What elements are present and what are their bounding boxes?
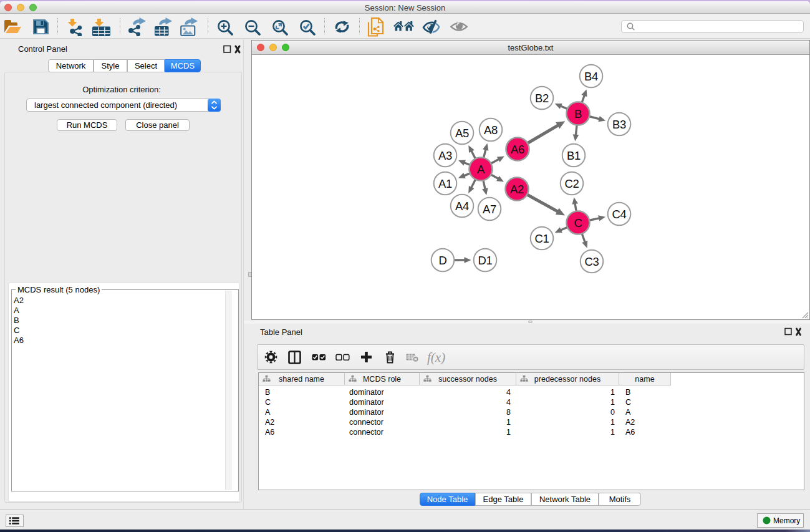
svg-text:B2: B2 — [535, 92, 549, 105]
svg-text:B1: B1 — [567, 149, 581, 162]
svg-text:A: A — [477, 163, 485, 176]
svg-text:C3: C3 — [585, 255, 599, 268]
svg-text:C2: C2 — [565, 177, 579, 190]
svg-text:C1: C1 — [535, 232, 549, 245]
svg-text:A8: A8 — [484, 123, 498, 137]
svg-text:C: C — [574, 216, 582, 230]
svg-text:B3: B3 — [612, 118, 626, 131]
svg-text:C4: C4 — [612, 208, 627, 221]
svg-text:D1: D1 — [478, 254, 493, 267]
svg-text:B4: B4 — [584, 70, 598, 83]
svg-text:A3: A3 — [438, 149, 452, 162]
svg-text:A1: A1 — [438, 177, 452, 190]
svg-text:D: D — [439, 254, 447, 267]
svg-text:A7: A7 — [483, 203, 496, 216]
svg-text:A2: A2 — [510, 183, 524, 196]
svg-text:B: B — [574, 107, 582, 120]
svg-text:A6: A6 — [511, 143, 524, 156]
svg-text:A4: A4 — [455, 200, 469, 213]
svg-text:A5: A5 — [455, 127, 469, 140]
